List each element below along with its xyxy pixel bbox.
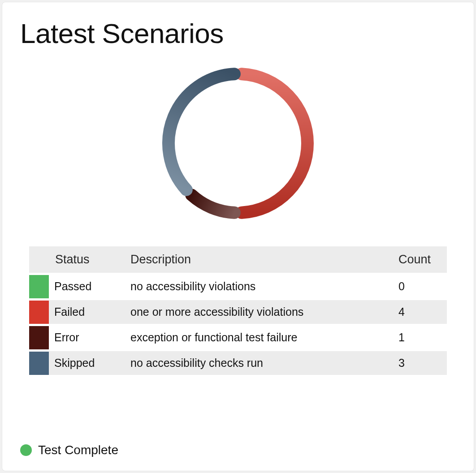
row-swatch: [29, 351, 49, 375]
donut-segment-error: [191, 195, 234, 213]
row-count: 3: [393, 351, 447, 375]
row-status: Passed: [49, 275, 125, 298]
status-dot-icon: [20, 444, 32, 456]
header-description: Description: [125, 246, 393, 273]
passed-swatch-icon: [29, 275, 49, 298]
row-count: 0: [393, 275, 447, 298]
row-status: Skipped: [49, 351, 125, 375]
table-row: Failedone or more accessibility violatio…: [29, 300, 447, 324]
row-count: 4: [393, 300, 447, 324]
row-description: one or more accessibility violations: [125, 300, 393, 324]
error-swatch-icon: [29, 326, 49, 349]
header-count: Count: [393, 246, 447, 273]
donut-chart-container: [20, 55, 456, 236]
status-table: Status Description Count Passedno access…: [29, 245, 447, 377]
table-header-row: Status Description Count: [29, 246, 447, 273]
skipped-swatch-icon: [29, 352, 49, 375]
row-status: Failed: [49, 300, 125, 324]
donut-segment-failed: [242, 74, 307, 213]
table-row: Skippedno accessibility checks run3: [29, 351, 447, 375]
row-description: no accessibility violations: [125, 275, 393, 298]
donut-chart: [157, 63, 319, 224]
row-status: Error: [49, 326, 125, 349]
row-swatch: [29, 275, 49, 298]
header-status: Status: [49, 246, 125, 273]
donut-segment-skipped: [169, 74, 234, 190]
footer-status: Test Complete: [20, 443, 456, 460]
row-swatch: [29, 300, 49, 324]
scenarios-card: Latest Scenarios Status Description Coun…: [2, 2, 474, 471]
table-row: Passedno accessibility violations0: [29, 275, 447, 298]
table-row: Errorexception or functional test failur…: [29, 326, 447, 349]
failed-swatch-icon: [29, 301, 49, 324]
row-description: exception or functional test failure: [125, 326, 393, 349]
page-title: Latest Scenarios: [20, 17, 456, 49]
row-swatch: [29, 326, 49, 349]
row-count: 1: [393, 326, 447, 349]
row-description: no accessibility checks run: [125, 351, 393, 375]
header-swatch: [29, 246, 49, 273]
footer-label: Test Complete: [38, 443, 118, 457]
